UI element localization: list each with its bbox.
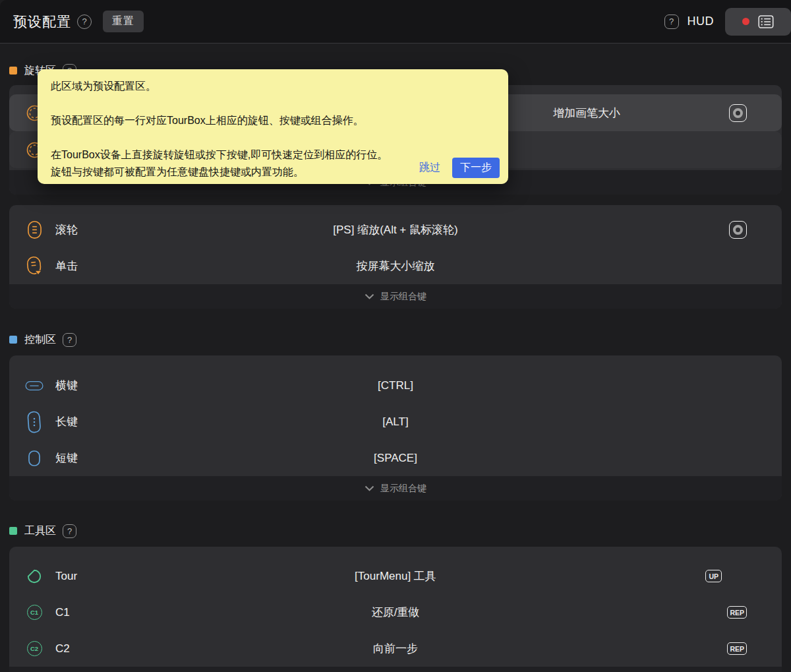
tool-panel: Tour [TourMenu] 工具 UP C1 C1 还原/重做 REP C2… bbox=[9, 547, 782, 672]
show-combo-toggle[interactable] bbox=[9, 667, 782, 672]
c1-button-icon: C1 bbox=[25, 605, 44, 620]
wheel-panel: 滚轮 [PS] 缩放(Alt + 鼠标滚轮) 单击 按屏幕大小缩放 显示组合键 bbox=[9, 205, 782, 309]
top-bar-right: ? HUD bbox=[664, 8, 778, 36]
tool-color-square bbox=[9, 527, 17, 535]
hud-label: HUD bbox=[688, 15, 715, 28]
chevron-down-icon bbox=[365, 293, 374, 299]
tour-button-icon bbox=[25, 568, 44, 585]
rep-badge[interactable]: REP bbox=[727, 606, 747, 619]
page-title: 预设配置 bbox=[13, 13, 71, 31]
section-title: 控制区 bbox=[24, 333, 56, 347]
help-icon[interactable]: ? bbox=[77, 15, 92, 29]
row-label: Tour bbox=[55, 570, 77, 583]
row-value: [PS] 缩放(Alt + 鼠标滚轮) bbox=[9, 222, 782, 237]
c2-icon-text: C2 bbox=[27, 641, 42, 656]
row-c2-button[interactable]: C2 C2 向前一步 REP bbox=[9, 630, 782, 667]
side-key-icon bbox=[25, 379, 44, 392]
tall-key-icon bbox=[25, 411, 44, 433]
row-short-key[interactable]: 短键 [SPACE] bbox=[9, 440, 782, 476]
show-combo-toggle[interactable]: 显示组合键 bbox=[9, 284, 782, 309]
show-combo-label: 显示组合键 bbox=[380, 483, 426, 495]
tooltip-line: 预设配置区的每一行对应TourBox上相应的旋钮、按键或组合操作。 bbox=[51, 112, 495, 129]
onboarding-tooltip: 此区域为预设配置区。 预设配置区的每一行对应TourBox上相应的旋钮、按键或组… bbox=[38, 69, 508, 184]
row-label: 滚轮 bbox=[55, 222, 78, 237]
rep-badge[interactable]: REP bbox=[727, 642, 747, 655]
row-tour-button[interactable]: Tour [TourMenu] 工具 UP bbox=[9, 558, 782, 594]
row-label: 单击 bbox=[55, 259, 78, 274]
tourbox-console-window: 预设配置 ? 重置 ? HUD bbox=[0, 0, 791, 672]
hud-list-icon bbox=[758, 15, 774, 29]
row-value: 增加画笔大小 bbox=[508, 106, 666, 121]
control-color-square bbox=[9, 336, 17, 344]
hud-toggle-button[interactable] bbox=[725, 8, 791, 36]
row-label: 横键 bbox=[55, 378, 78, 393]
reset-button[interactable]: 重置 bbox=[103, 11, 144, 32]
row-value: 按屏幕大小缩放 bbox=[9, 259, 782, 274]
row-c1-button[interactable]: C1 C1 还原/重做 REP bbox=[9, 594, 782, 630]
short-key-icon bbox=[25, 450, 44, 467]
record-dot-icon bbox=[742, 18, 749, 25]
tooltip-actions: 跳过 下一步 bbox=[419, 158, 500, 178]
row-value: [CTRL] bbox=[9, 379, 782, 392]
record-icon[interactable] bbox=[729, 104, 747, 122]
row-side-key[interactable]: 横键 [CTRL] bbox=[9, 367, 782, 404]
row-value: 向前一步 bbox=[9, 641, 782, 656]
row-label: 长键 bbox=[55, 414, 78, 429]
control-panel: 横键 [CTRL] 长键 [ALT] 短键 [SPACE] bbox=[9, 355, 782, 501]
show-combo-label: 显示组合键 bbox=[380, 291, 426, 303]
top-bar: 预设配置 ? 重置 ? HUD bbox=[0, 0, 791, 44]
section-title: 工具区 bbox=[24, 524, 56, 538]
row-value: [TourMenu] 工具 bbox=[9, 568, 782, 584]
scroll-wheel-icon bbox=[25, 220, 44, 239]
c1-icon-text: C1 bbox=[27, 605, 42, 620]
section-header-tool: 工具区 ? bbox=[9, 523, 76, 539]
chevron-down-icon bbox=[365, 485, 374, 491]
scroll-click-icon bbox=[25, 256, 44, 276]
row-value: 还原/重做 bbox=[9, 605, 782, 620]
row-label: 短键 bbox=[55, 450, 78, 466]
row-scroll-wheel[interactable]: 滚轮 [PS] 缩放(Alt + 鼠标滚轮) bbox=[9, 212, 782, 248]
record-icon-dot bbox=[733, 108, 743, 118]
control-help-icon[interactable]: ? bbox=[63, 333, 76, 347]
section-header-control: 控制区 ? bbox=[9, 332, 76, 348]
tooltip-line: 此区域为预设配置区。 bbox=[51, 78, 495, 95]
row-label: C2 bbox=[55, 642, 70, 656]
next-button[interactable]: 下一步 bbox=[452, 158, 500, 178]
hud-help-icon[interactable]: ? bbox=[664, 15, 679, 29]
rotation-color-square bbox=[9, 67, 17, 75]
row-value: [SPACE] bbox=[9, 452, 782, 465]
record-icon-dot bbox=[733, 225, 743, 235]
row-scroll-click[interactable]: 单击 按屏幕大小缩放 bbox=[9, 248, 782, 284]
tool-help-icon[interactable]: ? bbox=[63, 524, 76, 538]
up-badge[interactable]: UP bbox=[705, 570, 722, 582]
row-value: [ALT] bbox=[9, 415, 782, 429]
show-combo-toggle[interactable]: 显示组合键 bbox=[9, 476, 782, 501]
record-icon[interactable] bbox=[729, 221, 747, 239]
row-label: C1 bbox=[55, 606, 70, 619]
row-tall-key[interactable]: 长键 [ALT] bbox=[9, 404, 782, 440]
c2-button-icon: C2 bbox=[25, 641, 44, 656]
skip-button[interactable]: 跳过 bbox=[419, 161, 440, 175]
